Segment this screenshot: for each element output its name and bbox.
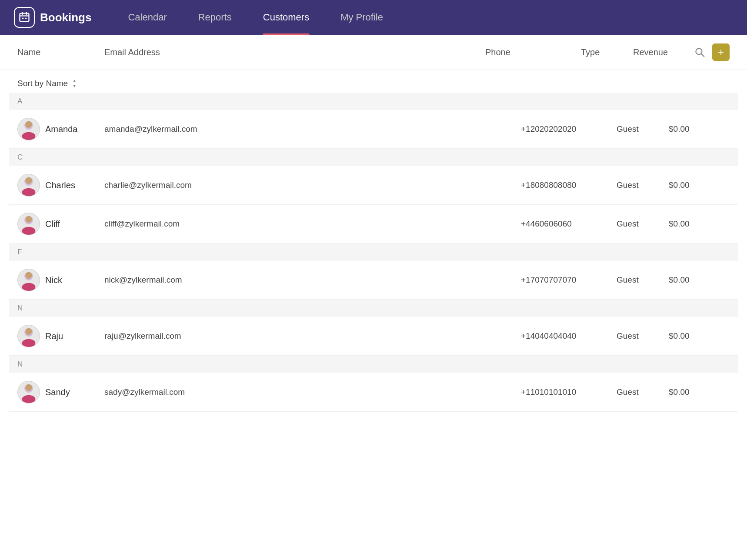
nav-item-reports[interactable]: Reports <box>183 0 247 35</box>
customer-email: nick@zylkermail.com <box>104 275 521 285</box>
customer-phone: +12020202020 <box>521 124 617 134</box>
brand-title: Bookings <box>40 11 91 24</box>
customer-revenue: $0.00 <box>669 275 730 285</box>
section-header-N-3: N <box>9 300 738 317</box>
customer-type: Guest <box>617 387 669 397</box>
add-icon: + <box>718 46 724 58</box>
customer-email: amanda@zylkermail.com <box>104 124 521 134</box>
customer-name: Amanda <box>40 124 104 134</box>
sort-down-icon: ▼ <box>72 84 77 88</box>
customer-type: Guest <box>617 180 669 190</box>
customer-revenue: $0.00 <box>669 219 730 229</box>
column-headers: Name Email Address Phone Type Revenue + <box>0 35 747 70</box>
col-phone: Phone <box>485 47 581 57</box>
customer-phone: +14040404040 <box>521 331 617 341</box>
col-actions: + <box>694 43 730 61</box>
customer-type: Guest <box>617 124 669 134</box>
customer-revenue: $0.00 <box>669 387 730 397</box>
customer-name: Charles <box>40 180 104 190</box>
svg-point-15 <box>25 177 32 184</box>
col-revenue: Revenue <box>633 47 694 57</box>
avatar <box>17 325 40 347</box>
customer-name: Sandy <box>40 387 104 397</box>
avatar <box>17 213 40 235</box>
nav-item-customers[interactable]: Customers <box>247 0 325 35</box>
svg-rect-0 <box>20 13 29 22</box>
customer-list: A Amanda amanda@zylkermail.com +12020202… <box>0 93 747 412</box>
navbar: Bookings Calendar Reports Customers My P… <box>0 0 747 35</box>
customer-type: Guest <box>617 331 669 341</box>
search-icon <box>694 47 705 58</box>
svg-point-11 <box>25 121 32 128</box>
customer-name: Cliff <box>40 219 104 229</box>
col-name: Name <box>17 47 104 57</box>
svg-point-31 <box>25 384 32 391</box>
svg-point-6 <box>696 48 702 54</box>
add-customer-button[interactable]: + <box>712 43 730 61</box>
col-email: Email Address <box>104 47 485 57</box>
table-row[interactable]: Raju raju@zylkermail.com +14040404040 Gu… <box>9 317 738 356</box>
table-row[interactable]: Charles charlie@zylkermail.com +18080808… <box>9 166 738 205</box>
section-header-A-0: A <box>9 93 738 110</box>
col-type: Type <box>581 47 633 57</box>
customer-email: sady@zylkermail.com <box>104 387 521 397</box>
avatar <box>17 118 40 140</box>
sort-label: Sort by Name <box>17 79 68 88</box>
customer-phone: +4460606060 <box>521 219 617 229</box>
customer-phone: +17070707070 <box>521 275 617 285</box>
avatar <box>17 174 40 197</box>
svg-point-4 <box>22 18 24 20</box>
avatar <box>17 381 40 403</box>
customer-email: cliff@zylkermail.com <box>104 219 521 229</box>
sort-row: Sort by Name ▲ ▼ <box>0 70 747 93</box>
nav-item-calendar[interactable]: Calendar <box>112 0 182 35</box>
brand-icon <box>14 7 35 28</box>
search-button[interactable] <box>694 47 705 58</box>
customer-type: Guest <box>617 219 669 229</box>
nav-items: Calendar Reports Customers My Profile <box>112 0 733 35</box>
svg-point-19 <box>25 216 32 223</box>
table-row[interactable]: Cliff cliff@zylkermail.com +4460606060 G… <box>9 205 738 243</box>
customer-phone: +11010101010 <box>521 387 617 397</box>
customer-phone: +18080808080 <box>521 180 617 190</box>
customer-revenue: $0.00 <box>669 124 730 134</box>
customer-name: Nick <box>40 275 104 285</box>
customer-email: raju@zylkermail.com <box>104 331 521 341</box>
section-header-C-1: C <box>9 149 738 166</box>
sort-up-icon: ▲ <box>72 79 77 83</box>
nav-item-myprofile[interactable]: My Profile <box>325 0 399 35</box>
customer-email: charlie@zylkermail.com <box>104 180 521 190</box>
svg-line-7 <box>701 54 704 57</box>
section-header-F-2: F <box>9 243 738 261</box>
brand[interactable]: Bookings <box>14 7 91 28</box>
svg-point-5 <box>25 18 27 20</box>
table-row[interactable]: Amanda amanda@zylkermail.com +1202020202… <box>9 110 738 149</box>
table-row[interactable]: Sandy sady@zylkermail.com +11010101010 G… <box>9 373 738 412</box>
avatar <box>17 269 40 291</box>
section-header-N-4: N <box>9 356 738 373</box>
customer-revenue: $0.00 <box>669 180 730 190</box>
customer-type: Guest <box>617 275 669 285</box>
svg-point-23 <box>25 272 32 279</box>
customer-revenue: $0.00 <box>669 331 730 341</box>
sort-arrows[interactable]: ▲ ▼ <box>72 79 77 88</box>
customer-name: Raju <box>40 331 104 341</box>
table-row[interactable]: Nick nick@zylkermail.com +17070707070 Gu… <box>9 261 738 300</box>
svg-point-27 <box>25 328 32 335</box>
